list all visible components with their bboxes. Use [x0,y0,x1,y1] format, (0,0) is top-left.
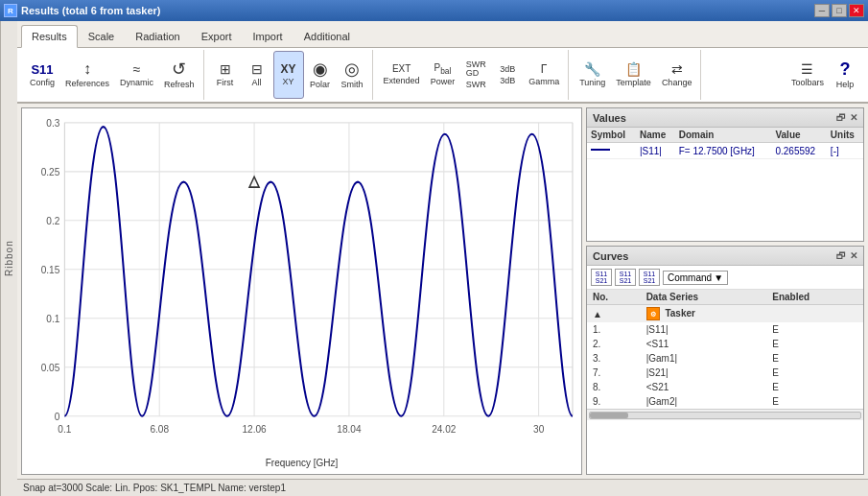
curve-row-8[interactable]: 8. <S21 E [587,380,863,394]
tab-results[interactable]: Results [21,25,78,48]
curve-series-1: |S11| [641,322,767,337]
maximize-button[interactable]: □ [832,4,847,17]
all-button[interactable]: ⊟ All [242,51,272,99]
config-button[interactable]: S11 Config [25,51,59,99]
curve-series-9: |Gam2| [641,394,767,409]
svg-text:24.02: 24.02 [432,424,456,435]
command-dropdown[interactable]: Command ▼ [663,271,728,285]
values-row: |S11| F= 12.7500 [GHz] 0.265592 [-] [587,143,863,159]
extended-button[interactable]: EXT Extended [379,51,425,99]
curves-toolbar: S11S21 S11S21 S11S21 Command ▼ [587,266,863,290]
tools-group: 🔧 Tuning 📋 Template ⇄ Change [571,50,701,100]
values-panel: Values 🗗 ✕ Symbol Name Domain V [586,107,864,242]
chart-svg: 0.3 0.25 0.2 0.15 0.1 0.05 0 0.1 6.08 12… [26,112,577,456]
curve-series-7: |S21| [641,366,767,380]
curve-enabled-8: E [766,380,863,394]
symbol-cell [587,143,636,159]
tab-scale[interactable]: Scale [78,24,126,47]
curve-row-3[interactable]: 3. |Gam1| E [587,351,863,366]
3db-button[interactable]: 3dB 3dB [492,51,523,99]
change-button[interactable]: ⇄ Change [657,51,697,99]
tab-import[interactable]: Import [243,24,293,47]
tab-export[interactable]: Export [191,24,243,47]
tuning-button[interactable]: 🔧 Tuning [575,51,610,99]
values-title: Values [593,112,626,124]
col-value: Value [771,128,826,143]
col-symbol: Symbol [587,128,636,143]
xy-button[interactable]: XY XY [273,51,304,99]
svg-text:0.1: 0.1 [46,314,59,324]
tasker-icon: ⚙ [646,307,660,320]
polar-button[interactable]: ◉ Polar [305,51,336,99]
curve-no-9: 9. [587,394,641,409]
s-button-3[interactable]: S11S21 [639,269,660,286]
toolbars-button[interactable]: ☰ Toolbars [786,51,829,99]
svg-text:0.2: 0.2 [46,216,59,226]
app-icon: R [4,4,17,17]
swr-button[interactable]: SWRGD SWR [460,51,491,99]
curves-panel: Curves 🗗 ✕ S11S21 S11S21 S11S21 Command … [586,246,864,475]
tasker-row: ▲ ⚙ Tasker [587,305,863,323]
horizontal-scrollbar[interactable] [587,409,863,420]
chart-container: 0.3 0.25 0.2 0.15 0.1 0.05 0 0.1 6.08 12… [21,107,582,475]
chart-wrapper: 0.3 0.25 0.2 0.15 0.1 0.05 0 0.1 6.08 12… [26,112,577,456]
first-button[interactable]: ⊞ First [210,51,241,99]
svg-text:0.05: 0.05 [41,363,60,373]
col-enabled: Enabled [766,290,863,305]
col-domain: Domain [675,128,772,143]
tab-radiation[interactable]: Radiation [125,24,190,47]
svg-text:0.15: 0.15 [41,265,60,275]
power-button[interactable]: Pbal Power [426,51,460,99]
curve-row-1[interactable]: 1. |S11| E [587,322,863,337]
right-panels: Values 🗗 ✕ Symbol Name Domain V [586,107,864,475]
s-button-2[interactable]: S11S21 [615,269,636,286]
svg-text:0.1: 0.1 [58,424,71,435]
curve-no-7: 7. [587,366,641,380]
col-series: Data Series [641,290,767,305]
col-no: No. [587,290,641,305]
x-axis-label: Frequency [GHz] [26,456,577,470]
curve-enabled-9: E [766,394,863,409]
config-group: S11 Config ↕ References ≈ Dynamic ↺ Refr… [21,50,204,100]
curves-restore-icon[interactable]: 🗗 [836,250,846,261]
template-button[interactable]: 📋 Template [611,51,656,99]
status-bar: Snap at=3000 Scale: Lin. Ppos: SK1_TEMPL… [17,479,868,496]
scrollbar-track [589,412,861,419]
curve-row-7[interactable]: 7. |S21| E [587,366,863,380]
curves-panel-header: Curves 🗗 ✕ [587,247,863,266]
scrollbar-thumb[interactable] [590,413,628,418]
curve-row-9[interactable]: 9. |Gam2| E [587,394,863,409]
curves-close-icon[interactable]: ✕ [850,250,857,261]
svg-text:12.06: 12.06 [242,424,266,435]
name-cell: |S11| [636,143,675,159]
status-text: Snap at=3000 Scale: Lin. Ppos: SK1_TEMPL… [23,483,286,493]
smith-button[interactable]: ◎ Smith [337,51,368,99]
values-restore-icon[interactable]: 🗗 [836,112,846,123]
s-button-1[interactable]: S11S21 [591,269,612,286]
tab-additional[interactable]: Additional [293,24,361,47]
minimize-button[interactable]: ─ [814,4,830,17]
values-close-icon[interactable]: ✕ [850,112,857,123]
help-group: ☰ Toolbars ? Help [783,50,864,100]
curve-series-2: <S11 [641,337,767,351]
curve-series-8: <S21 [641,380,767,394]
close-button[interactable]: ✕ [849,4,864,17]
curve-enabled-2: E [766,337,863,351]
help-button[interactable]: ? Help [830,51,860,99]
curve-row-2[interactable]: 2. <S11 E [587,337,863,351]
analysis-group: EXT Extended Pbal Power SWRGD SWR 3dB 3d… [375,50,570,100]
refresh-button[interactable]: ↺ Refresh [159,51,199,99]
dynamic-button[interactable]: ≈ Dynamic [115,51,158,99]
domain-cell: F= 12.7500 [GHz] [675,143,772,159]
ribbon-tabs: Results Scale Radiation Export Import Ad… [17,21,868,48]
gamma-button[interactable]: Γ Gamma [524,51,564,99]
curve-no-3: 3. [587,351,641,366]
curve-no-8: 8. [587,380,641,394]
references-button[interactable]: ↕ References [60,51,114,99]
curve-no-2: 2. [587,337,641,351]
svg-text:30: 30 [533,424,544,435]
svg-text:0.3: 0.3 [46,118,59,129]
ribbon-buttons: S11 Config ↕ References ≈ Dynamic ↺ Refr… [17,48,868,104]
curve-enabled-7: E [766,366,863,380]
title-bar: R Results (total 6 from tasker) ─ □ ✕ [0,0,868,21]
